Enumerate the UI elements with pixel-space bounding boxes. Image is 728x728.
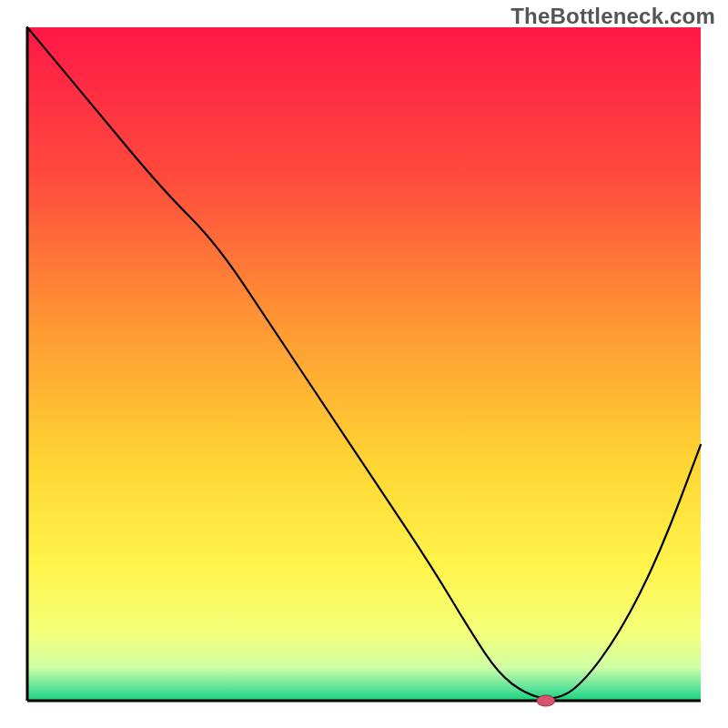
optimum-marker	[537, 695, 555, 706]
chart-background	[27, 27, 701, 701]
bottleneck-chart	[0, 0, 728, 728]
watermark-text: TheBottleneck.com	[511, 4, 715, 29]
